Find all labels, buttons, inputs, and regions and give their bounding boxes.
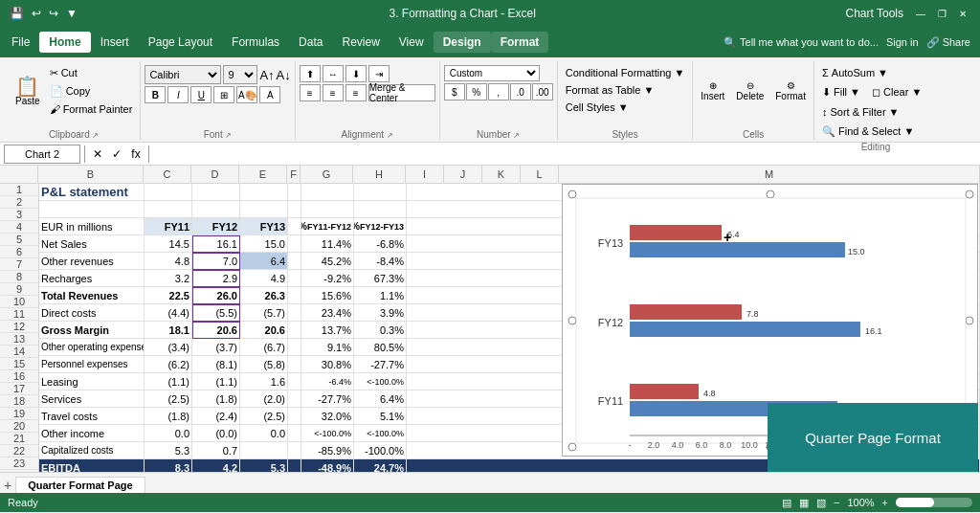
row-2[interactable]: 2: [0, 196, 38, 209]
menu-insert[interactable]: Insert: [91, 32, 139, 53]
sort-filter-button[interactable]: ↕ Sort & Filter ▼: [818, 104, 903, 120]
cell-F9[interactable]: [288, 322, 301, 339]
decrease-decimal-button[interactable]: .00: [532, 83, 553, 100]
cell-F1[interactable]: [288, 184, 301, 201]
minimize-button[interactable]: —: [911, 4, 930, 23]
cell-H16[interactable]: -100.0%: [354, 442, 407, 459]
format-painter-button[interactable]: 🖌 Format Painter: [46, 101, 137, 117]
cell-D5[interactable]: 7.0: [192, 253, 240, 270]
menu-file[interactable]: File: [2, 32, 39, 53]
cell-E16[interactable]: [240, 442, 288, 459]
cell-D4[interactable]: 16.1: [192, 235, 240, 253]
cell-H15[interactable]: <-100.0%: [354, 425, 407, 442]
border-button[interactable]: ⊞: [213, 86, 234, 103]
view-page-break-icon[interactable]: ▧: [816, 497, 826, 509]
align-bottom-button[interactable]: ⬇: [345, 65, 367, 82]
sheet-tab-quarter[interactable]: Quarter Format Page: [15, 477, 145, 493]
cell-F12[interactable]: [288, 373, 301, 390]
cell-F4[interactable]: [288, 235, 301, 253]
cell-H11[interactable]: -27.7%: [354, 356, 407, 373]
cell-H3[interactable]: Var%FY12-FY13: [354, 218, 407, 235]
cell-B7[interactable]: Total Revenues: [39, 287, 145, 304]
row-9[interactable]: 9: [0, 283, 38, 296]
conditional-formatting-button[interactable]: Conditional Formatting ▼: [562, 65, 689, 80]
cell-H14[interactable]: 5.1%: [354, 408, 407, 425]
cell-F8[interactable]: [288, 304, 301, 322]
menu-page-layout[interactable]: Page Layout: [139, 32, 222, 53]
cell-B14[interactable]: Travel costs: [39, 408, 145, 425]
cell-B13[interactable]: Services: [39, 390, 145, 408]
cell-G4[interactable]: 11.4%: [301, 235, 354, 253]
col-header-J[interactable]: J: [444, 166, 482, 183]
row-20[interactable]: 20: [0, 420, 38, 433]
cell-G5[interactable]: 45.2%: [301, 253, 354, 270]
menu-home[interactable]: Home: [39, 32, 90, 53]
cell-H2[interactable]: [354, 201, 407, 218]
fill-button[interactable]: ⬇ Fill ▼: [818, 84, 864, 100]
fill-color-button[interactable]: A🎨: [236, 86, 257, 103]
cell-E17[interactable]: 5.3: [240, 459, 288, 472]
insert-function-button[interactable]: fx: [127, 145, 145, 163]
add-sheet-button[interactable]: +: [4, 478, 11, 493]
comma-button[interactable]: ,: [488, 83, 509, 100]
cell-D15[interactable]: (0.0): [192, 425, 240, 442]
align-left-button[interactable]: ≡: [300, 84, 321, 101]
share-button[interactable]: 🔗 Share: [926, 36, 970, 49]
cell-C3[interactable]: FY11: [145, 218, 192, 235]
menu-design[interactable]: Design: [434, 32, 491, 53]
cell-E7[interactable]: 26.3: [240, 287, 288, 304]
cell-B4[interactable]: Net Sales: [39, 235, 145, 253]
name-box[interactable]: [4, 145, 80, 164]
cell-H1[interactable]: [354, 184, 407, 201]
increase-decimal-button[interactable]: .0: [510, 83, 531, 100]
font-color-button[interactable]: A: [259, 86, 280, 103]
row-22[interactable]: 22: [0, 445, 38, 457]
redo-icon[interactable]: ↪: [47, 5, 60, 22]
row-21[interactable]: 21: [0, 433, 38, 445]
cell-D11[interactable]: (8.1): [192, 356, 240, 373]
cell-G17[interactable]: -48.9%: [301, 459, 354, 472]
cancel-formula-button[interactable]: ✕: [89, 145, 106, 163]
cell-E5[interactable]: 6.4: [240, 253, 288, 270]
row-5[interactable]: 5: [0, 234, 38, 246]
cell-H6[interactable]: 67.3%: [354, 270, 407, 287]
cell-E1[interactable]: [240, 184, 288, 201]
row-17[interactable]: 17: [0, 383, 38, 395]
cell-H9[interactable]: 0.3%: [354, 322, 407, 339]
autosum-button[interactable]: Σ AutoSum ▼: [818, 65, 892, 80]
cell-B15[interactable]: Other income: [39, 425, 145, 442]
cell-G14[interactable]: 32.0%: [301, 408, 354, 425]
cell-styles-button[interactable]: Cell Styles ▼: [562, 100, 689, 115]
cell-B17[interactable]: EBITDA: [39, 459, 145, 472]
cell-C13[interactable]: (2.5): [145, 390, 192, 408]
cell-F3[interactable]: [288, 218, 301, 235]
cell-E13[interactable]: (2.0): [240, 390, 288, 408]
row-23[interactable]: 23: [0, 457, 38, 470]
cell-F2[interactable]: [288, 201, 301, 218]
align-middle-button[interactable]: ↔: [323, 65, 344, 82]
row-13[interactable]: 13: [0, 333, 38, 346]
view-layout-icon[interactable]: ▦: [799, 497, 809, 509]
cell-G7[interactable]: 15.6%: [301, 287, 354, 304]
cut-button[interactable]: ✂ Cut: [46, 65, 137, 81]
cell-B11[interactable]: Personnel expenses: [39, 356, 145, 373]
row-12[interactable]: 12: [0, 321, 38, 333]
row-15[interactable]: 15: [0, 358, 38, 370]
row-6[interactable]: 6: [0, 246, 38, 258]
col-header-C[interactable]: C: [144, 166, 191, 183]
cell-H17[interactable]: 24.7%: [354, 459, 407, 472]
cell-B9[interactable]: Gross Margin: [39, 322, 145, 339]
row-11[interactable]: 11: [0, 308, 38, 321]
col-header-L[interactable]: L: [521, 166, 559, 183]
cell-B12[interactable]: Leasing: [39, 373, 145, 390]
search-bar[interactable]: 🔍 Tell me what you want to do...: [724, 36, 879, 49]
col-header-K[interactable]: K: [482, 166, 521, 183]
view-normal-icon[interactable]: ▤: [782, 497, 791, 509]
quarter-page-format-box[interactable]: Quarter Page Format: [768, 403, 978, 472]
cell-E15[interactable]: 0.0: [240, 425, 288, 442]
bold-button[interactable]: B: [145, 86, 166, 103]
col-header-E[interactable]: E: [239, 166, 287, 183]
format-as-table-button[interactable]: Format as Table ▼: [562, 82, 689, 98]
cell-F5[interactable]: [288, 253, 301, 270]
cell-B8[interactable]: Direct costs: [39, 304, 145, 322]
